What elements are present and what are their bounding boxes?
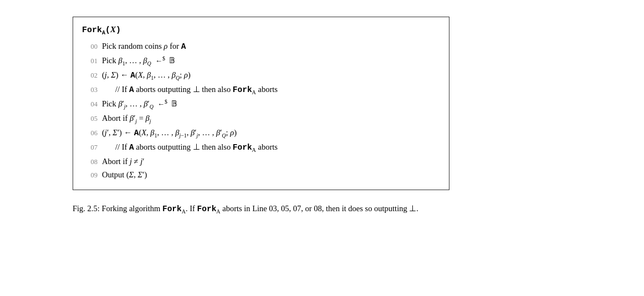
linenum-05: 05 bbox=[82, 113, 98, 125]
linenum-00: 00 bbox=[82, 41, 98, 53]
fork-keyword: Fork bbox=[82, 25, 102, 35]
page-content: ForkA(X) 00 Pick random coins ρ for A 01… bbox=[73, 17, 571, 216]
arg-x: X bbox=[110, 25, 116, 34]
line-01: 01 Pick β1, … , βQ ←$ 𝔹 bbox=[82, 54, 438, 68]
linenum-03: 03 bbox=[82, 84, 98, 96]
algorithm-title: ForkA(X) bbox=[82, 25, 438, 36]
linenum-01: 01 bbox=[82, 55, 98, 67]
linenum-02: 02 bbox=[82, 70, 98, 81]
linenum-07: 07 bbox=[82, 142, 98, 154]
line-06: 06 (j′, Σ′) ← A(X, β1, … , βj−1, β′j, … … bbox=[82, 126, 438, 140]
line-07: 07 // If A aborts outputting ⊥ then also… bbox=[82, 140, 438, 155]
line-04: 04 Pick β′j, … , β′Q ←$ 𝔹 bbox=[82, 97, 438, 111]
linenum-06: 06 bbox=[82, 127, 98, 139]
algorithm-lines: 00 Pick random coins ρ for A 01 Pick β1,… bbox=[82, 39, 438, 182]
algorithm-box: ForkA(X) 00 Pick random coins ρ for A 01… bbox=[73, 17, 449, 190]
figure-caption: Fig. 2.5: Forking algorithm ForkA. If Fo… bbox=[73, 202, 571, 216]
line-08: 08 Abort if j ≠ j′ bbox=[82, 155, 438, 169]
line-00: 00 Pick random coins ρ for A bbox=[82, 39, 438, 54]
line-05: 05 Abort if β′j = βj bbox=[82, 111, 438, 126]
linecontent-04: Pick β′j, … , β′Q ←$ 𝔹 bbox=[102, 97, 177, 111]
linecontent-00: Pick random coins ρ for A bbox=[102, 39, 186, 54]
linecontent-09: Output (Σ, Σ′) bbox=[102, 168, 147, 182]
linecontent-03: // If A aborts outputting ⊥ then also Fo… bbox=[102, 83, 278, 97]
line-02: 02 (j, Σ) ← A(X, β1, … , βQ; ρ) bbox=[82, 68, 438, 83]
line-09: 09 Output (Σ, Σ′) bbox=[82, 168, 438, 182]
linenum-08: 08 bbox=[82, 156, 98, 168]
caption-label: Fig. 2.5: bbox=[73, 204, 100, 213]
linecontent-07: // If A aborts outputting ⊥ then also Fo… bbox=[102, 140, 278, 155]
fork-sub: A bbox=[102, 30, 105, 36]
linecontent-01: Pick β1, … , βQ ←$ 𝔹 bbox=[102, 54, 175, 68]
line-03: 03 // If A aborts outputting ⊥ then also… bbox=[82, 83, 438, 97]
linecontent-06: (j′, Σ′) ← A(X, β1, … , βj−1, β′j, … , β… bbox=[102, 126, 237, 140]
linecontent-08: Abort if j ≠ j′ bbox=[102, 155, 144, 169]
linenum-09: 09 bbox=[82, 170, 98, 181]
linenum-04: 04 bbox=[82, 99, 98, 110]
linecontent-05: Abort if β′j = βj bbox=[102, 111, 151, 126]
linecontent-02: (j, Σ) ← A(X, β1, … , βQ; ρ) bbox=[102, 68, 191, 83]
